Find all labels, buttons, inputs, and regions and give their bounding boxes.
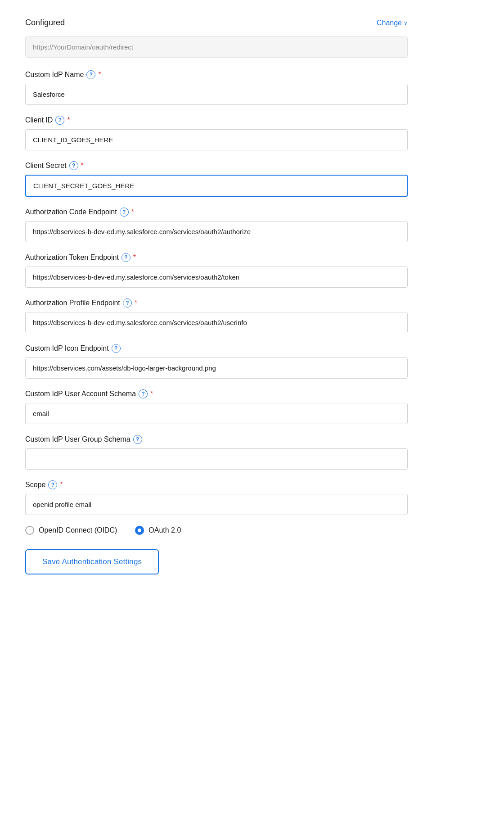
field-label-text-custom-idp-name: Custom IdP Name [25, 71, 84, 79]
field-label-text-custom-idp-user-group-schema: Custom IdP User Group Schema [25, 435, 130, 443]
field-label-text-custom-idp-icon-endpoint: Custom IdP Icon Endpoint [25, 344, 109, 353]
field-label-auth-token-endpoint: Authorization Token Endpoint?* [25, 253, 408, 262]
field-label-text-client-secret: Client Secret [25, 162, 67, 170]
field-label-client-id: Client ID?* [25, 116, 408, 125]
field-group-auth-code-endpoint: Authorization Code Endpoint?* [25, 208, 408, 242]
input-scope[interactable] [25, 494, 408, 515]
required-star-custom-idp-name: * [98, 71, 101, 79]
form-container: Configured Change ∨ https://YourDomain/o… [25, 18, 408, 574]
help-icon-auth-code-endpoint[interactable]: ? [120, 208, 129, 217]
field-label-text-scope: Scope [25, 481, 45, 489]
field-label-text-auth-code-endpoint: Authorization Code Endpoint [25, 208, 117, 216]
input-client-secret[interactable] [25, 175, 408, 197]
required-star-auth-code-endpoint: * [131, 208, 134, 216]
field-group-custom-idp-user-account-schema: Custom IdP User Account Schema?* [25, 389, 408, 424]
header-row: Configured Change ∨ [25, 18, 408, 27]
radio-circle-oauth2[interactable] [135, 526, 144, 535]
chevron-down-icon: ∨ [404, 20, 408, 26]
help-icon-client-id[interactable]: ? [55, 116, 64, 125]
field-group-client-secret: Client Secret?* [25, 161, 408, 197]
help-icon-custom-idp-name[interactable]: ? [86, 70, 95, 79]
redirect-url-display: https://YourDomain/oauth/redirect [25, 36, 408, 58]
required-star-auth-token-endpoint: * [133, 253, 136, 262]
field-label-text-custom-idp-user-account-schema: Custom IdP User Account Schema [25, 390, 136, 398]
help-icon-custom-idp-user-account-schema[interactable]: ? [139, 389, 148, 398]
configured-label: Configured [25, 18, 65, 27]
help-icon-auth-profile-endpoint[interactable]: ? [123, 298, 132, 307]
radio-label-oauth2: OAuth 2.0 [148, 526, 181, 534]
required-star-auth-profile-endpoint: * [135, 299, 137, 307]
input-custom-idp-name[interactable] [25, 84, 408, 105]
fields-container: Custom IdP Name?*Client ID?*Client Secre… [25, 70, 408, 515]
input-auth-code-endpoint[interactable] [25, 221, 408, 242]
input-custom-idp-user-group-schema[interactable] [25, 448, 408, 470]
field-label-custom-idp-name: Custom IdP Name?* [25, 70, 408, 79]
input-custom-idp-user-account-schema[interactable] [25, 403, 408, 424]
input-auth-token-endpoint[interactable] [25, 267, 408, 288]
required-star-custom-idp-user-account-schema: * [150, 390, 153, 398]
field-group-custom-idp-icon-endpoint: Custom IdP Icon Endpoint? [25, 344, 408, 379]
radio-circle-oidc[interactable] [25, 526, 34, 535]
field-label-auth-code-endpoint: Authorization Code Endpoint?* [25, 208, 408, 217]
input-client-id[interactable] [25, 129, 408, 150]
required-star-scope: * [60, 481, 63, 489]
input-custom-idp-icon-endpoint[interactable] [25, 357, 408, 379]
field-group-client-id: Client ID?* [25, 116, 408, 150]
help-icon-custom-idp-user-group-schema[interactable]: ? [133, 435, 142, 444]
help-icon-auth-token-endpoint[interactable]: ? [122, 253, 130, 262]
field-group-custom-idp-name: Custom IdP Name?* [25, 70, 408, 105]
field-label-auth-profile-endpoint: Authorization Profile Endpoint?* [25, 298, 408, 307]
help-icon-custom-idp-icon-endpoint[interactable]: ? [112, 344, 121, 353]
radio-option-oidc[interactable]: OpenID Connect (OIDC) [25, 526, 117, 535]
field-label-text-client-id: Client ID [25, 116, 53, 124]
field-label-custom-idp-user-group-schema: Custom IdP User Group Schema? [25, 435, 408, 444]
field-label-custom-idp-user-account-schema: Custom IdP User Account Schema?* [25, 389, 408, 398]
input-auth-profile-endpoint[interactable] [25, 312, 408, 333]
field-label-text-auth-profile-endpoint: Authorization Profile Endpoint [25, 299, 120, 307]
radio-group: OpenID Connect (OIDC) OAuth 2.0 [25, 526, 408, 535]
help-icon-client-secret[interactable]: ? [69, 161, 78, 170]
required-star-client-id: * [67, 116, 70, 124]
field-group-auth-token-endpoint: Authorization Token Endpoint?* [25, 253, 408, 288]
change-button[interactable]: Change ∨ [377, 19, 408, 27]
save-authentication-settings-button[interactable]: Save Authentication Settings [25, 549, 159, 574]
change-button-label: Change [377, 19, 402, 27]
field-label-text-auth-token-endpoint: Authorization Token Endpoint [25, 253, 119, 262]
help-icon-scope[interactable]: ? [48, 480, 57, 489]
field-label-custom-idp-icon-endpoint: Custom IdP Icon Endpoint? [25, 344, 408, 353]
field-label-client-secret: Client Secret?* [25, 161, 408, 170]
radio-label-oidc: OpenID Connect (OIDC) [39, 526, 117, 534]
radio-option-oauth2[interactable]: OAuth 2.0 [135, 526, 181, 535]
required-star-client-secret: * [81, 162, 84, 170]
field-group-scope: Scope?* [25, 480, 408, 515]
field-label-scope: Scope?* [25, 480, 408, 489]
field-group-custom-idp-user-group-schema: Custom IdP User Group Schema? [25, 435, 408, 470]
field-group-auth-profile-endpoint: Authorization Profile Endpoint?* [25, 298, 408, 333]
